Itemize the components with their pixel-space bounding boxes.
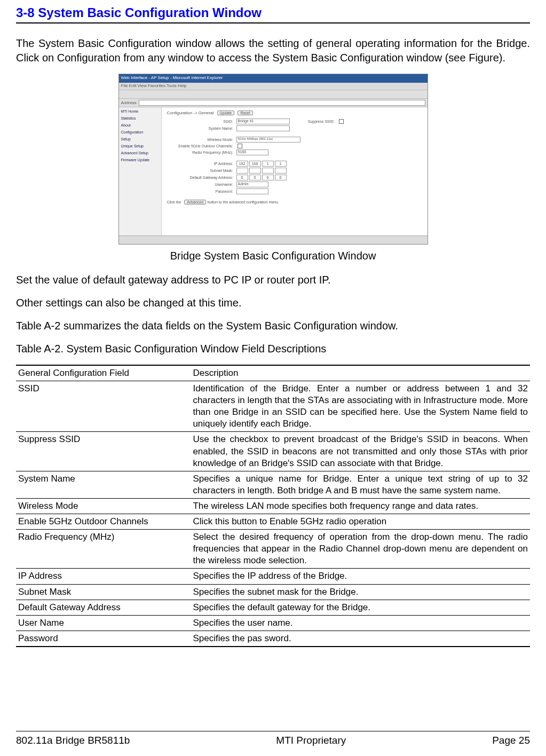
- gw-label: Default Gateway Address:: [167, 176, 236, 179]
- sysname-label: System Name:: [167, 127, 236, 130]
- section-heading: 3-8 System Basic Configuration Window: [16, 5, 530, 23]
- table-field-name: Default Gateway Address: [16, 600, 191, 615]
- sidebar-item[interactable]: Configuration: [121, 130, 159, 134]
- user-input[interactable]: Admin: [236, 182, 268, 187]
- sidebar-item[interactable]: MTI Home: [121, 109, 159, 113]
- table-field-name: System Name: [16, 471, 191, 498]
- reset-button[interactable]: Reset: [238, 111, 252, 115]
- footer-left: 802.11a Bridge BR5811b: [16, 735, 130, 746]
- gateway-note: Set the value of default gateway address…: [16, 273, 530, 287]
- footer-center: MTI Proprietary: [276, 735, 346, 746]
- other-settings-note: Other settings can also be changed at th…: [16, 296, 530, 310]
- sidebar-item[interactable]: Firmware Update: [121, 158, 159, 162]
- advanced-button[interactable]: Advanced: [184, 200, 206, 204]
- browser-window: Web Interface - AP Setup - Microsoft Int…: [118, 74, 428, 245]
- update-button[interactable]: Update: [217, 111, 235, 115]
- table-col-header: General Configuration Field: [16, 365, 191, 381]
- table-field-desc: Specifies the IP address of the Bridge.: [191, 569, 530, 584]
- status-bar: [119, 235, 428, 244]
- field-description-table: General Configuration FieldDescriptionSS…: [16, 365, 530, 647]
- menubar: File Edit View Favorites Tools Help: [119, 83, 428, 90]
- address-label: Address: [121, 100, 137, 105]
- table-field-name: Password: [16, 631, 191, 647]
- table-field-name: Subnet Mask: [16, 584, 191, 600]
- gw-input[interactable]: 0000: [236, 175, 287, 180]
- sidebar-item[interactable]: Unique Setup: [121, 144, 159, 148]
- table-field-name: User Name: [16, 615, 191, 631]
- advanced-note: Click the Advanced Click the button to t…: [167, 200, 422, 204]
- rfreq-select[interactable]: 5180: [236, 149, 268, 155]
- sidebar-item[interactable]: Setup: [121, 137, 159, 141]
- table-col-header: Description: [191, 365, 530, 381]
- table-field-name: Wireless Mode: [16, 498, 191, 514]
- table-field-desc: Click this button to Enable 5GHz radio o…: [191, 514, 530, 530]
- wmode-label: Wireless Mode:: [167, 138, 236, 141]
- ssid-label: SSID:: [167, 120, 236, 123]
- toolbar: [119, 90, 428, 99]
- sysname-input[interactable]: [236, 125, 290, 131]
- sidebar-item[interactable]: About: [121, 123, 159, 127]
- table-title: Table A-2. System Basic Configuration Wi…: [16, 342, 530, 356]
- wmode-select[interactable]: 5GHz 54Mbps (802.11a): [236, 137, 300, 143]
- table-field-desc: The wireless LAN mode specifies both fre…: [191, 498, 530, 514]
- ssid-input[interactable]: Bridge #1: [236, 119, 290, 124]
- ip-label: IP Address:: [167, 162, 236, 166]
- table-field-name: SSID: [16, 381, 191, 432]
- table-field-desc: Specifies the default gateway for the Br…: [191, 600, 530, 615]
- sidebar-nav: MTI Home Statistics About Configuration …: [119, 107, 162, 235]
- mask-input[interactable]: [236, 168, 287, 174]
- footer-right: Page 25: [492, 735, 530, 746]
- outdoor-label: Enable 5GHz Outdoor Channels:: [167, 144, 236, 148]
- table-field-name: IP Address: [16, 569, 191, 584]
- table-field-name: Radio Frequency (MHz): [16, 530, 191, 569]
- page-footer: 802.11a Bridge BR5811b MTI Proprietary P…: [16, 731, 530, 746]
- mask-label: Subnet Mask:: [167, 169, 236, 172]
- address-bar: Address: [119, 99, 428, 107]
- config-heading: Configuration -> General Update Reset: [167, 111, 422, 115]
- pass-input[interactable]: [236, 188, 268, 194]
- table-field-desc: Select the desired frequency of operatio…: [191, 530, 530, 569]
- intro-paragraph: The System Basic Configuration window al…: [16, 36, 530, 65]
- rfreq-label: Radio Frequency (MHz):: [167, 151, 236, 154]
- table-field-desc: Specifies the user name.: [191, 615, 530, 631]
- table-field-desc: Use the checkbox to prevent broadcast of…: [191, 432, 530, 471]
- table-field-desc: Specifies the pas sword.: [191, 631, 530, 647]
- table-field-desc: Specifies a unique name for Bridge. Ente…: [191, 471, 530, 498]
- ip-input[interactable]: 19216811: [236, 161, 287, 167]
- suppress-ssid-checkbox[interactable]: [339, 119, 344, 124]
- table-field-name: Enable 5GHz Outdoor Channels: [16, 514, 191, 530]
- figure-caption: Bridge System Basic Configuration Window: [16, 250, 530, 262]
- sidebar-item[interactable]: Statistics: [121, 116, 159, 120]
- sidebar-item[interactable]: Advanced Setup: [121, 151, 159, 155]
- suppress-ssid-label: Suppress SSID:: [290, 120, 338, 123]
- table-field-desc: Identification of the Bridge. Enter a nu…: [191, 381, 530, 432]
- table-intro: Table A-2 summarizes the data fields on …: [16, 319, 530, 333]
- url-input[interactable]: [139, 100, 425, 106]
- window-titlebar: Web Interface - AP Setup - Microsoft Int…: [119, 74, 428, 83]
- pass-label: Password:: [167, 190, 236, 193]
- outdoor-checkbox[interactable]: [238, 144, 242, 148]
- user-label: Username:: [167, 183, 236, 186]
- config-screenshot-figure: Web Interface - AP Setup - Microsoft Int…: [16, 74, 530, 262]
- table-field-desc: Specifies the subnet mask for the Bridge…: [191, 584, 530, 600]
- table-field-name: Suppress SSID: [16, 432, 191, 471]
